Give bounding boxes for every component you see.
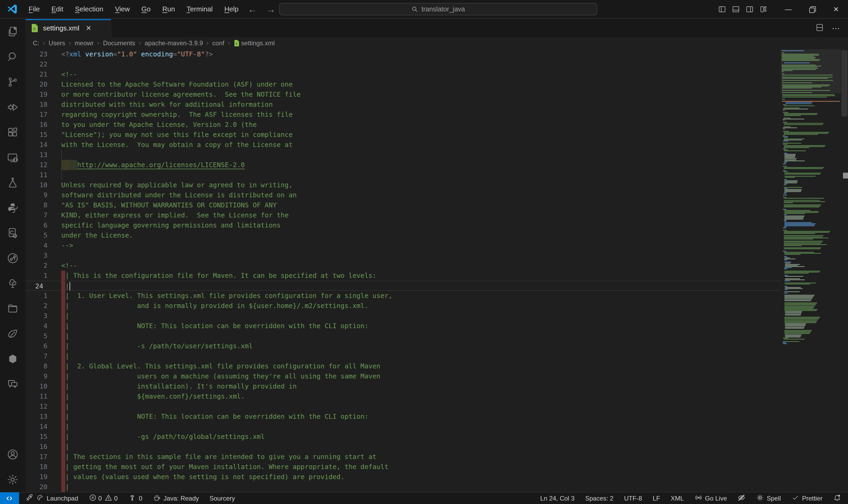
line-number[interactable]: 19 — [35, 472, 48, 482]
vertical-scrollbar[interactable] — [841, 49, 848, 492]
code-line[interactable]: 19or more contributor license agreements… — [25, 90, 781, 100]
code-line[interactable]: 3 | — [25, 311, 781, 321]
comments-icon[interactable] — [0, 371, 25, 396]
code-line[interactable]: 1 | 1. User Level. This settings.xml fil… — [25, 291, 781, 301]
java-status-status-item[interactable]: Java: Ready — [153, 494, 199, 503]
toggle-secondary-sidebar-icon[interactable] — [745, 4, 755, 14]
code-line[interactable]: 11 — [25, 170, 781, 180]
line-number[interactable]: 10 — [35, 381, 48, 392]
breadcrumb-segment[interactable]: conf — [212, 39, 224, 47]
go-live-status-item[interactable]: Go Live — [694, 494, 727, 503]
code-line[interactable]: 9 | users on a machine (assuming they're… — [25, 371, 781, 381]
problems-status-item[interactable]: 00 — [89, 494, 118, 503]
minimap[interactable] — [781, 49, 841, 492]
remote-indicator[interactable] — [0, 492, 19, 504]
cpp-tools-icon[interactable] — [0, 220, 25, 246]
minimize-button[interactable]: — — [776, 0, 800, 19]
breadcrumb-segment[interactable]: 〈〉settings.xml — [234, 39, 275, 47]
line-number[interactable]: 17 — [35, 110, 48, 120]
code-line[interactable]: 20Licensed to the Apache Software Founda… — [25, 79, 781, 90]
line-number[interactable]: 11 — [35, 170, 48, 180]
code-line[interactable]: 17regarding copyright ownership. The ASF… — [25, 110, 781, 120]
line-number[interactable]: 15 — [35, 432, 48, 442]
minimap-slider[interactable] — [781, 49, 841, 94]
highlight-toggle-status-item[interactable] — [738, 494, 745, 503]
remote-explorer-icon[interactable] — [0, 145, 25, 170]
line-number[interactable]: 12 — [35, 160, 48, 170]
cursor-position-status-item[interactable]: Ln 24, Col 3 — [540, 495, 574, 502]
code-line[interactable]: 10 | installation). It's normally provid… — [25, 381, 781, 392]
line-number[interactable]: 14 — [35, 421, 48, 432]
line-number[interactable]: 7 — [35, 351, 48, 361]
line-number[interactable]: 16 — [35, 120, 48, 130]
code-line[interactable]: 8"AS IS" BASIS, WITHOUT WARRANTIES OR CO… — [25, 200, 781, 210]
leaf-extension-icon[interactable] — [0, 321, 25, 346]
line-number[interactable]: 24 — [35, 281, 48, 291]
line-number[interactable]: 8 — [35, 361, 48, 371]
source-control-icon[interactable] — [0, 69, 25, 94]
line-number[interactable]: 8 — [35, 200, 48, 210]
hexagon-extension-icon[interactable] — [0, 346, 25, 371]
code-line[interactable]: 5under the License. — [25, 230, 781, 240]
customize-layout-icon[interactable] — [758, 4, 768, 14]
launchpad-status-item[interactable]: Launchpad — [25, 494, 78, 503]
code-editor[interactable]: 23<?xml version="1.0" encoding="UTF-8"?>… — [25, 49, 781, 492]
code-line[interactable]: 23<?xml version="1.0" encoding="UTF-8"?> — [25, 49, 781, 59]
code-line[interactable]: 5 | — [25, 331, 781, 341]
line-number[interactable]: 18 — [35, 100, 48, 110]
code-line[interactable]: 2<!-- — [25, 260, 781, 271]
code-line[interactable]: 19 | values (values used when the settin… — [25, 472, 781, 482]
menu-view[interactable]: View — [110, 3, 135, 15]
indentation-status-item[interactable]: Spaces: 2 — [585, 495, 613, 502]
code-line[interactable]: 6 | -s /path/to/user/settings.xml — [25, 341, 781, 351]
code-line[interactable]: 12 http://www.apache.org/licenses/LICENS… — [25, 160, 781, 170]
code-line[interactable]: 10Unless required by applicable law or a… — [25, 180, 781, 190]
code-line[interactable]: 14 | — [25, 421, 781, 432]
run-debug-icon[interactable] — [0, 94, 25, 120]
code-line[interactable]: 20 | — [25, 482, 781, 492]
line-number[interactable]: 10 — [35, 180, 48, 190]
code-line[interactable]: 7KIND, either express or implied. See th… — [25, 210, 781, 220]
line-number[interactable]: 2 — [35, 301, 48, 311]
code-line[interactable]: 6specific language governing permissions… — [25, 220, 781, 230]
code-line[interactable]: 16to you under the Apache License, Versi… — [25, 120, 781, 130]
language-mode-status-item[interactable]: XML — [671, 495, 683, 502]
line-number[interactable]: 20 — [35, 79, 48, 90]
menu-selection[interactable]: Selection — [70, 3, 108, 15]
menu-help[interactable]: Help — [220, 3, 243, 15]
line-number[interactable]: 12 — [35, 401, 48, 412]
menu-go[interactable]: Go — [137, 3, 156, 15]
toggle-panel-icon[interactable] — [731, 4, 741, 14]
line-number[interactable]: 4 — [35, 321, 48, 331]
code-line[interactable]: 15"License"); you may not use this file … — [25, 130, 781, 140]
search-icon[interactable] — [0, 44, 25, 69]
live-share-icon[interactable] — [0, 246, 25, 271]
back-icon[interactable]: ← — [246, 4, 258, 15]
breadcrumb-segment[interactable]: Documents — [103, 39, 135, 47]
menu-edit[interactable]: Edit — [47, 3, 68, 15]
tree-view-icon[interactable] — [0, 271, 25, 296]
line-number[interactable]: 2 — [35, 260, 48, 271]
code-line-current[interactable]: 24 | — [25, 281, 781, 291]
line-number[interactable]: 14 — [35, 140, 48, 150]
toggle-sidebar-icon[interactable] — [717, 4, 727, 14]
breadcrumb-segment[interactable]: Users — [49, 39, 65, 47]
line-number[interactable]: 9 — [35, 190, 48, 200]
settings-gear-icon[interactable] — [0, 467, 25, 492]
code-line[interactable]: 2 | and is normally provided in ${user.h… — [25, 301, 781, 311]
restore-button[interactable] — [800, 0, 824, 19]
close-button[interactable]: ✕ — [824, 0, 848, 19]
line-number[interactable]: 13 — [35, 150, 48, 160]
line-number[interactable]: 9 — [35, 371, 48, 381]
breadcrumb-segment[interactable]: meowr — [74, 39, 93, 47]
line-number[interactable]: 4 — [35, 240, 48, 251]
code-line[interactable]: 13 | NOTE: This location can be overridd… — [25, 412, 781, 421]
code-line[interactable]: 17 | The sections in this sample file ar… — [25, 452, 781, 462]
eol-status-item[interactable]: LF — [653, 495, 660, 502]
spell-checker-status-item[interactable]: Spell — [756, 494, 781, 503]
code-line[interactable]: 8 | 2. Global Level. This settings.xml f… — [25, 361, 781, 371]
line-number[interactable]: 1 — [35, 291, 48, 301]
line-number[interactable]: 15 — [35, 130, 48, 140]
prettier-status-item[interactable]: Prettier — [792, 494, 823, 503]
sourcery-status-item[interactable]: Sourcery — [209, 495, 235, 502]
